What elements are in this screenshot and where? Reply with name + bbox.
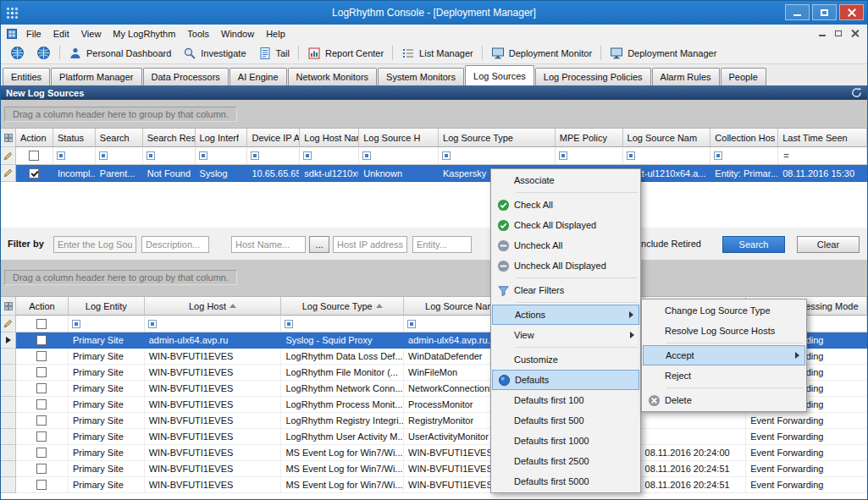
t1-column-search[interactable]: Search: [96, 129, 143, 147]
filter-icon[interactable]: [72, 320, 80, 328]
t1-filter-log-source-type[interactable]: [439, 147, 556, 165]
row-checkbox[interactable]: [36, 335, 47, 345]
t2-filter-action[interactable]: [16, 316, 69, 332]
t2-filter-log-entity[interactable]: [69, 316, 145, 332]
browse-button[interactable]: ...: [309, 236, 329, 253]
t2-column-log-entity[interactable]: Log Entity: [69, 297, 145, 316]
filter-icon[interactable]: [362, 151, 371, 160]
t1-column-mpe-policy[interactable]: MPE Policy: [556, 129, 623, 147]
tab-system-monitors[interactable]: System Monitors: [378, 68, 464, 85]
t2-cell-action[interactable]: [16, 332, 69, 349]
filter-icon[interactable]: [559, 151, 567, 160]
t1-column-log-interf[interactable]: Log Interf: [196, 129, 248, 147]
menu-my-logrhythm[interactable]: My LogRhythm: [107, 25, 181, 42]
t2-cell-action[interactable]: [16, 381, 69, 397]
t2-filter-log-source-type[interactable]: [281, 316, 404, 332]
row-checkbox[interactable]: [36, 448, 47, 458]
t2-cell-action[interactable]: [16, 477, 69, 493]
menu-file[interactable]: File: [20, 25, 47, 42]
menu-item-uncheck-all-displayed[interactable]: Uncheck All Displayed: [492, 255, 639, 276]
menu-item-accept[interactable]: Accept: [643, 345, 805, 365]
filter-icon[interactable]: [714, 151, 722, 160]
menu-window[interactable]: Window: [215, 25, 260, 42]
toolbar-investigate[interactable]: Investigate: [177, 45, 252, 62]
menu-item-associate[interactable]: Associate: [492, 170, 639, 190]
row-checkbox[interactable]: [36, 399, 47, 409]
t1-filter-search[interactable]: [96, 147, 143, 165]
menu-item-defaults-first-1000[interactable]: Defaults first 1000: [492, 431, 639, 451]
row-checkbox[interactable]: [29, 168, 39, 179]
menu-item-change-log-source-type[interactable]: Change Log Source Type: [643, 300, 805, 321]
t2-column-action[interactable]: Action: [16, 297, 69, 316]
toolbar-deployment-manager[interactable]: Deployment Manager: [604, 45, 722, 62]
filter-icon[interactable]: [99, 151, 108, 160]
close-button[interactable]: [839, 4, 864, 20]
toolbar-list-manager[interactable]: List Manager: [395, 45, 479, 62]
menu-help[interactable]: Help: [260, 25, 291, 42]
tab-ai-engine[interactable]: AI Engine: [229, 68, 287, 85]
menu-item-check-all[interactable]: Check All: [492, 195, 639, 215]
filter-icon[interactable]: [303, 151, 312, 160]
t2-column-log-host[interactable]: Log Host: [145, 297, 282, 316]
tab-people[interactable]: People: [721, 68, 766, 85]
t1-column-device-ip-ad[interactable]: Device IP Ad: [247, 129, 300, 147]
menu-item-view[interactable]: View: [492, 325, 639, 345]
menu-item-defaults-first-5000[interactable]: Defaults first 5000: [492, 471, 639, 492]
row-checkbox[interactable]: [36, 351, 47, 361]
log-source-row[interactable]: Primary SiteWIN-BVFUTI1EVESMS Event Log …: [1, 461, 867, 477]
t1-column-log-host-nam[interactable]: Log Host Nam: [300, 129, 359, 147]
t1-column-search-res[interactable]: Search Res: [143, 129, 196, 147]
toolbar-tail[interactable]: Tail: [252, 45, 296, 62]
t1-filter-log-source-nam[interactable]: [623, 147, 711, 165]
t1-filter-search-res[interactable]: [143, 147, 196, 165]
menu-edit[interactable]: Edit: [47, 25, 75, 42]
t1-column-log-source-type[interactable]: Log Source Type: [439, 129, 556, 147]
log-source-row[interactable]: Primary SiteWIN-BVFUTI1EVESLogRhythm Reg…: [1, 413, 867, 429]
menu-item-resolve-log-source-hosts[interactable]: Resolve Log Source Hosts: [643, 321, 805, 341]
t2-column-log-source-type[interactable]: Log Source Type: [281, 297, 404, 316]
log-source-filter-input[interactable]: [53, 236, 136, 253]
log-source-row[interactable]: Primary SiteWIN-BVFUTI1EVESLogRhythm Use…: [1, 429, 867, 445]
t2-cell-action[interactable]: [16, 397, 69, 413]
filter-icon[interactable]: [442, 151, 451, 160]
row-checkbox[interactable]: [36, 367, 47, 377]
menu-item-clear-filters[interactable]: Clear Filters: [492, 280, 639, 300]
t2-cell-action[interactable]: [16, 445, 69, 461]
refresh-icon[interactable]: [851, 87, 862, 98]
description-filter-input[interactable]: [141, 236, 209, 253]
t1-filter-log-host-nam[interactable]: [300, 147, 359, 165]
host-ip-filter-input[interactable]: [333, 236, 407, 253]
log-source-row[interactable]: Primary SiteWIN-BVFUTI1EVESMS Event Log …: [1, 445, 867, 461]
menu-item-customize[interactable]: Customize: [492, 349, 639, 370]
menu-item-actions[interactable]: Actions: [492, 305, 639, 325]
mdi-minimize-icon[interactable]: [819, 35, 826, 36]
t1-column-status[interactable]: Status: [53, 129, 96, 147]
t1-filter-log-interf[interactable]: [196, 147, 248, 165]
filter-icon[interactable]: [148, 320, 157, 328]
t1-column-log-source-nam[interactable]: Log Source Nam: [623, 129, 711, 147]
clear-button[interactable]: Clear: [797, 236, 860, 253]
toolbar-globe-button[interactable]: [30, 44, 57, 62]
toolbar-deployment-monitor[interactable]: Deployment Monitor: [485, 45, 598, 62]
row-checkbox[interactable]: [36, 415, 47, 426]
row-checkbox[interactable]: [36, 464, 47, 474]
filter-icon[interactable]: [285, 320, 293, 328]
t1-column-last-time-seen[interactable]: Last Time Seen: [778, 129, 867, 147]
t1-column-collection-hos[interactable]: Collection Hos: [710, 129, 778, 147]
tab-platform-manager[interactable]: Platform Manager: [51, 68, 141, 85]
menu-item-uncheck-all[interactable]: Uncheck All: [492, 235, 639, 255]
t2-cell-action[interactable]: [16, 365, 69, 381]
log-source-row[interactable]: Primary SiteWIN-BVFUTI1EVESMS Event Log …: [1, 477, 867, 493]
t1-filter-log-source-h[interactable]: [359, 147, 439, 165]
select-all-checkbox[interactable]: [29, 151, 39, 161]
t1-filter-status[interactable]: [53, 147, 96, 165]
menu-item-delete[interactable]: Delete: [643, 390, 805, 410]
t2-cell-action[interactable]: [16, 461, 69, 477]
toolbar-report-center[interactable]: Report Center: [301, 45, 390, 62]
menu-item-defaults[interactable]: Defaults: [492, 370, 639, 390]
row-checkbox[interactable]: [36, 431, 47, 442]
menu-item-reject[interactable]: Reject: [643, 365, 805, 386]
t1-filter-collection-hos[interactable]: [710, 147, 778, 165]
restore-button[interactable]: [812, 4, 837, 20]
search-button[interactable]: Search: [722, 236, 785, 253]
